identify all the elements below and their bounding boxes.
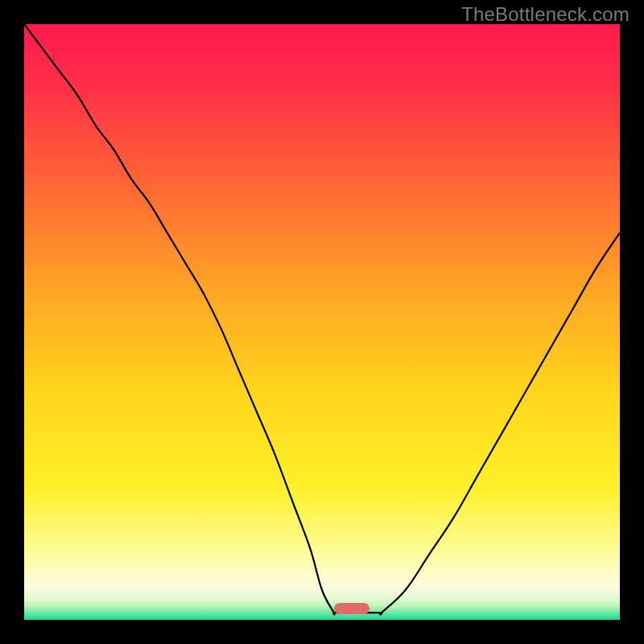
- bottleneck-curve: [24, 24, 620, 620]
- optimal-marker: [334, 603, 369, 614]
- chart-container: TheBottleneck.com: [0, 0, 644, 644]
- watermark-text: TheBottleneck.com: [461, 3, 630, 26]
- plot-area: [24, 24, 620, 620]
